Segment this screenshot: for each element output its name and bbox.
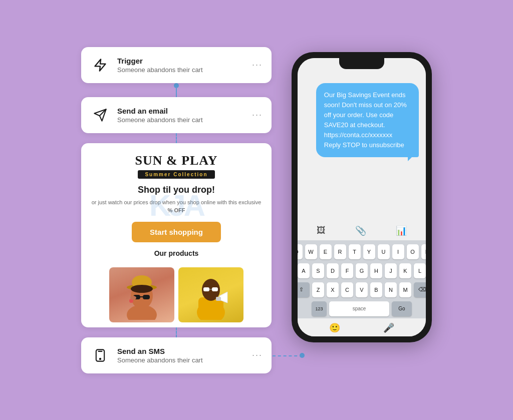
key-123[interactable]: 123 <box>312 301 327 316</box>
svg-rect-17 <box>212 287 218 291</box>
key-i[interactable]: I <box>392 244 404 259</box>
keyboard-area: Q W E R T Y U I O P A <box>298 240 426 318</box>
key-k[interactable]: K <box>399 263 411 278</box>
key-e[interactable]: E <box>320 244 332 259</box>
trigger-title: Trigger <box>117 57 245 65</box>
sms-connector-dot <box>300 353 305 358</box>
key-u[interactable]: U <box>378 244 390 259</box>
bottom-bar: 🙂 🎤 <box>298 318 426 336</box>
key-g[interactable]: G <box>356 263 368 278</box>
phone-screen: Our Big Savings Event ends soon! Don't m… <box>298 58 426 336</box>
key-m[interactable]: M <box>399 282 411 297</box>
key-row-2: A S D F G H J K L <box>301 263 423 278</box>
sms-title: Send an SMS <box>117 347 245 355</box>
brand-subtitle-bar: Summer Collection <box>138 170 214 179</box>
key-space[interactable]: space <box>329 301 389 316</box>
phone-container: Our Big Savings Event ends soon! Don't m… <box>292 52 432 342</box>
product-image-1 <box>109 267 174 322</box>
sms-icon <box>90 345 110 365</box>
connector-line-1 <box>176 88 177 97</box>
brand-title: SUN & PLAY <box>89 153 264 168</box>
key-f[interactable]: F <box>341 263 353 278</box>
email-menu-dots[interactable]: ··· <box>252 110 263 120</box>
trigger-menu-dots[interactable]: ··· <box>252 60 263 70</box>
sms-subtitle: Someone abandons their cart <box>117 356 245 364</box>
chart-toolbar-icon[interactable]: 📊 <box>396 225 407 236</box>
key-t[interactable]: T <box>349 244 361 259</box>
key-y[interactable]: Y <box>363 244 375 259</box>
key-h[interactable]: H <box>370 263 382 278</box>
keyboard-rows: Q W E R T Y U I O P A <box>300 244 424 316</box>
key-b[interactable]: B <box>370 282 382 297</box>
key-backspace[interactable]: ⌫ <box>414 282 426 297</box>
svg-point-12 <box>130 296 136 300</box>
key-a[interactable]: A <box>298 263 310 278</box>
key-row-1: Q W E R T Y U I O P <box>301 244 423 259</box>
sms-card[interactable]: Send an SMS Someone abandons their cart … <box>81 337 272 373</box>
keyboard-toolbar: 🖼 📎 📊 <box>298 223 426 240</box>
connector-dashed-1 <box>176 133 177 143</box>
connector-dashed-2 <box>176 327 177 337</box>
email-preview-inner: KJA SUN & PLAY Summer Collection Shop ti… <box>81 143 272 267</box>
phone-chat-area: Our Big Savings Event ends soon! Don't m… <box>298 58 426 223</box>
mic-icon[interactable]: 🎤 <box>383 322 394 333</box>
image-toolbar-icon[interactable]: 🖼 <box>317 225 326 236</box>
phone-notch <box>339 58 384 69</box>
sms-connector-line <box>273 355 303 356</box>
email-body-text: or just watch our prices drop when you s… <box>89 198 264 215</box>
key-l[interactable]: L <box>414 263 426 278</box>
svg-marker-0 <box>95 59 106 71</box>
key-v[interactable]: V <box>356 282 368 297</box>
svg-rect-9 <box>143 295 150 299</box>
product-images <box>81 267 272 322</box>
trigger-icon <box>90 55 110 75</box>
key-r[interactable]: R <box>334 244 346 259</box>
key-s[interactable]: S <box>312 263 324 278</box>
key-c[interactable]: C <box>341 282 353 297</box>
main-container: Trigger Someone abandons their cart ··· … <box>66 32 447 388</box>
key-n[interactable]: N <box>385 282 397 297</box>
product-image-2 <box>178 267 243 322</box>
email-icon <box>90 105 110 125</box>
emoji-icon[interactable]: 🙂 <box>329 322 340 333</box>
sms-bubble: Our Big Savings Event ends soon! Don't m… <box>316 83 419 158</box>
key-x[interactable]: X <box>327 282 339 297</box>
key-row-3: ⇧ Z X C V B N M ⌫ <box>301 282 423 297</box>
trigger-subtitle: Someone abandons their cart <box>117 66 245 74</box>
attach-toolbar-icon[interactable]: 📎 <box>355 225 366 236</box>
sms-menu-dots[interactable]: ··· <box>252 350 263 360</box>
email-preview-card: KJA SUN & PLAY Summer Collection Shop ti… <box>81 143 272 327</box>
svg-rect-16 <box>203 287 209 291</box>
key-go[interactable]: Go <box>392 301 412 316</box>
trigger-card[interactable]: Trigger Someone abandons their cart ··· <box>81 47 272 83</box>
email-title: Send an email <box>117 107 245 115</box>
email-card[interactable]: Send an email Someone abandons their car… <box>81 97 272 133</box>
key-shift[interactable]: ⇧ <box>298 282 310 297</box>
key-o[interactable]: O <box>407 244 419 259</box>
key-j[interactable]: J <box>385 263 397 278</box>
key-d[interactable]: D <box>327 263 339 278</box>
svg-rect-20 <box>216 297 221 301</box>
connector-dot-1 <box>174 83 179 88</box>
email-headline: Shop til you drop! <box>89 185 264 195</box>
email-subtitle: Someone abandons their cart <box>117 116 245 124</box>
svg-point-22 <box>100 358 101 359</box>
email-text: Send an email Someone abandons their car… <box>117 107 245 124</box>
left-panel: Trigger Someone abandons their cart ··· … <box>81 47 272 373</box>
trigger-text: Trigger Someone abandons their cart <box>117 57 245 74</box>
svg-point-7 <box>131 285 153 293</box>
key-p[interactable]: P <box>421 244 426 259</box>
key-q[interactable]: Q <box>298 244 303 259</box>
key-z[interactable]: Z <box>312 282 324 297</box>
sms-text: Send an SMS Someone abandons their cart <box>117 347 245 364</box>
our-products-title: Our products <box>89 249 264 257</box>
phone: Our Big Savings Event ends soon! Don't m… <box>292 52 432 342</box>
start-shopping-button[interactable]: Start shopping <box>132 222 221 242</box>
key-w[interactable]: W <box>305 244 317 259</box>
key-row-4: 123 space Go <box>301 301 423 316</box>
